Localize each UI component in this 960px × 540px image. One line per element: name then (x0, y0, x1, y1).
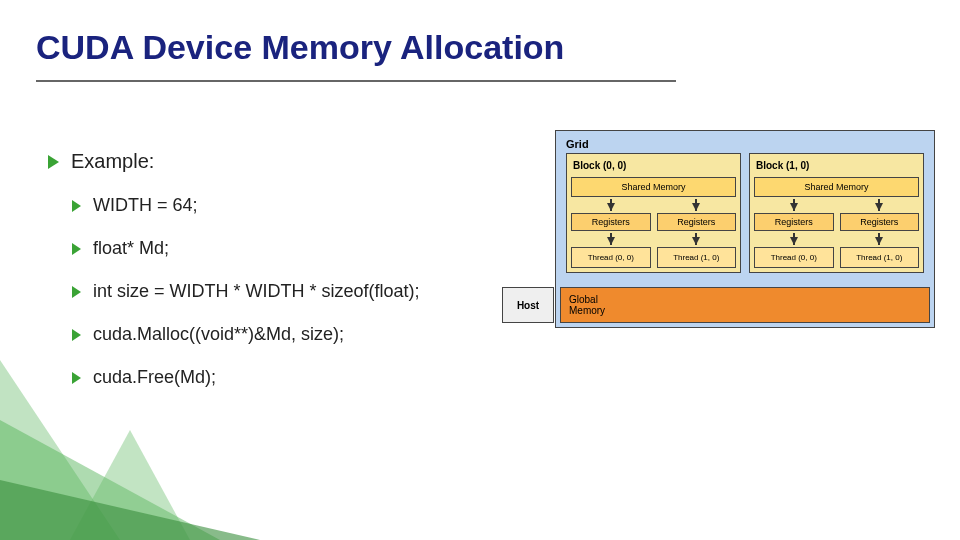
block-label: Block (1, 0) (754, 158, 919, 177)
thread-box: Thread (1, 0) (840, 247, 920, 268)
bullet-icon (72, 329, 81, 341)
bullet-sub-text: cuda.Free(Md); (93, 367, 216, 388)
bullet-sub-text: float* Md; (93, 238, 169, 259)
block-1-0: Block (1, 0) Shared Memory Registers Reg… (749, 153, 924, 273)
bullet-icon (72, 200, 81, 212)
registers-row: Registers Registers (571, 213, 736, 231)
title-underline (36, 80, 676, 82)
host-box: Host (502, 287, 554, 323)
thread-box: Thread (0, 0) (754, 247, 834, 268)
grid-box: Grid Block (0, 0) Shared Memory Register… (555, 130, 935, 328)
registers-box: Registers (754, 213, 834, 231)
slide: CUDA Device Memory Allocation Example: W… (0, 0, 960, 540)
arrow-down-icon (607, 203, 615, 211)
bullet-icon (72, 286, 81, 298)
bullet-icon (72, 243, 81, 255)
arrow-down-icon (692, 203, 700, 211)
bullet-sub-text: int size = WIDTH * WIDTH * sizeof(float)… (93, 281, 420, 302)
bullet-sub-text: cuda.Malloc((void**)&Md, size); (93, 324, 344, 345)
grid-label: Grid (560, 135, 930, 153)
bullet-sub: WIDTH = 64; (72, 195, 508, 216)
arrow-down-icon (790, 237, 798, 245)
bullet-sub: float* Md; (72, 238, 508, 259)
arrow-down-icon (790, 203, 798, 211)
triangle-icon (0, 480, 260, 540)
bullet-list: Example: WIDTH = 64; float* Md; int size… (48, 150, 508, 410)
arrow-down-icon (875, 237, 883, 245)
arrow-down-icon (875, 203, 883, 211)
global-memory: Global Memory (560, 287, 930, 323)
shared-memory: Shared Memory (571, 177, 736, 197)
global-memory-label: Global Memory (569, 294, 921, 316)
registers-box: Registers (840, 213, 920, 231)
bullet-sub-text: WIDTH = 64; (93, 195, 198, 216)
triangle-icon (0, 420, 220, 540)
threads-row: Thread (0, 0) Thread (1, 0) (571, 247, 736, 268)
arrow-down-icon (607, 237, 615, 245)
bullet-sub: cuda.Free(Md); (72, 367, 508, 388)
registers-row: Registers Registers (754, 213, 919, 231)
bullet-main: Example: (48, 150, 508, 173)
slide-title: CUDA Device Memory Allocation (36, 28, 564, 67)
thread-box: Thread (0, 0) (571, 247, 651, 268)
global-memory-row: Host Global Memory (502, 287, 930, 323)
shared-memory: Shared Memory (754, 177, 919, 197)
bullet-sub: cuda.Malloc((void**)&Md, size); (72, 324, 508, 345)
blocks-row: Block (0, 0) Shared Memory Registers Reg… (560, 153, 930, 279)
bullet-icon (72, 372, 81, 384)
registers-box: Registers (657, 213, 737, 231)
block-0-0: Block (0, 0) Shared Memory Registers Reg… (566, 153, 741, 273)
triangle-icon (70, 430, 190, 540)
bullet-sub: int size = WIDTH * WIDTH * sizeof(float)… (72, 281, 508, 302)
bullet-main-text: Example: (71, 150, 154, 173)
bullet-icon (48, 155, 59, 169)
registers-box: Registers (571, 213, 651, 231)
block-label: Block (0, 0) (571, 158, 736, 177)
arrow-down-icon (692, 237, 700, 245)
memory-diagram: Grid Block (0, 0) Shared Memory Register… (555, 130, 935, 328)
thread-box: Thread (1, 0) (657, 247, 737, 268)
threads-row: Thread (0, 0) Thread (1, 0) (754, 247, 919, 268)
